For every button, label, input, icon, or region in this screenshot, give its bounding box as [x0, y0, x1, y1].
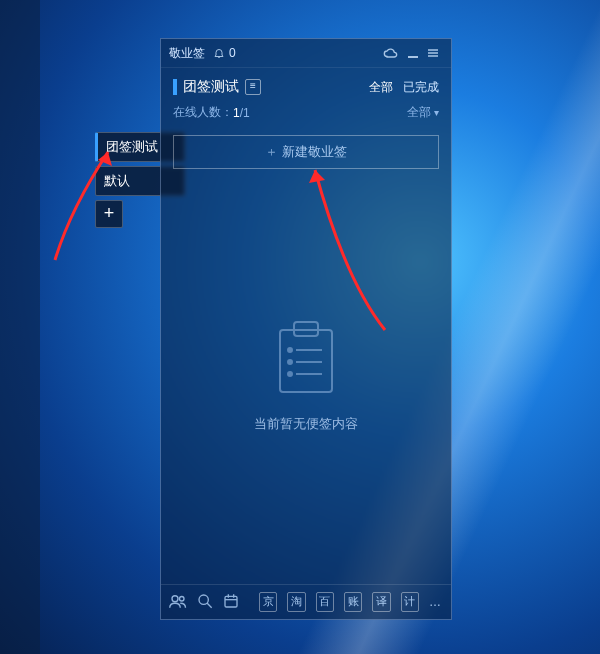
svg-point-6	[288, 348, 292, 352]
bottom-bar: 京 淘 百 账 译 计 …	[161, 584, 451, 619]
online-total: 1	[243, 106, 250, 120]
shortcut-taobao[interactable]: 淘	[287, 592, 305, 612]
list-view-icon[interactable]: ≡	[245, 79, 261, 95]
svg-rect-16	[225, 596, 237, 607]
shortcut-translate[interactable]: 译	[372, 592, 390, 612]
svg-point-13	[180, 596, 185, 601]
svg-point-10	[288, 372, 292, 376]
new-note-button[interactable]: ＋ 新建敬业签	[173, 135, 439, 169]
svg-point-12	[172, 595, 178, 601]
notification-count: 0	[229, 46, 236, 60]
cloud-sync-icon[interactable]	[383, 47, 399, 59]
svg-line-15	[207, 603, 212, 608]
scope-dropdown[interactable]: 全部▾	[407, 104, 439, 121]
shortcut-baidu[interactable]: 百	[316, 592, 334, 612]
clipboard-empty-icon	[274, 320, 338, 401]
menu-icon[interactable]	[427, 47, 439, 59]
bell-icon[interactable]	[213, 47, 225, 59]
online-label: 在线人数：	[173, 104, 233, 121]
more-shortcuts[interactable]: …	[429, 595, 443, 609]
add-group-button[interactable]: +	[95, 200, 123, 228]
chevron-down-icon: ▾	[434, 107, 439, 118]
calendar-icon[interactable]	[223, 593, 239, 612]
app-name: 敬业签	[169, 45, 205, 62]
content-area: 当前暂无便签内容	[161, 169, 451, 584]
svg-rect-0	[408, 56, 418, 58]
group-accent-bar	[173, 79, 177, 95]
shortcut-jd[interactable]: 京	[259, 592, 277, 612]
title-bar: 敬业签 0	[161, 39, 451, 68]
filter-done[interactable]: 已完成	[403, 79, 439, 96]
svg-point-14	[199, 595, 208, 604]
empty-state-text: 当前暂无便签内容	[254, 415, 358, 433]
new-note-label: 新建敬业签	[282, 143, 347, 161]
shortcut-calc[interactable]: 计	[401, 592, 419, 612]
group-title: 团签测试	[183, 78, 239, 96]
plus-icon: ＋	[265, 143, 278, 161]
contacts-icon[interactable]	[169, 593, 187, 612]
shortcut-account[interactable]: 账	[344, 592, 362, 612]
search-icon[interactable]	[197, 593, 213, 612]
svg-point-8	[288, 360, 292, 364]
header: 团签测试 ≡ 全部 已完成 在线人数： 1 / 1 全部▾	[161, 68, 451, 125]
online-current: 1	[233, 106, 240, 120]
filter-all[interactable]: 全部	[369, 79, 393, 96]
app-window: 敬业签 0 团签测试 ≡ 全部 已完成 在线人数： 1 / 1	[160, 38, 452, 620]
minimize-icon[interactable]	[407, 47, 419, 59]
